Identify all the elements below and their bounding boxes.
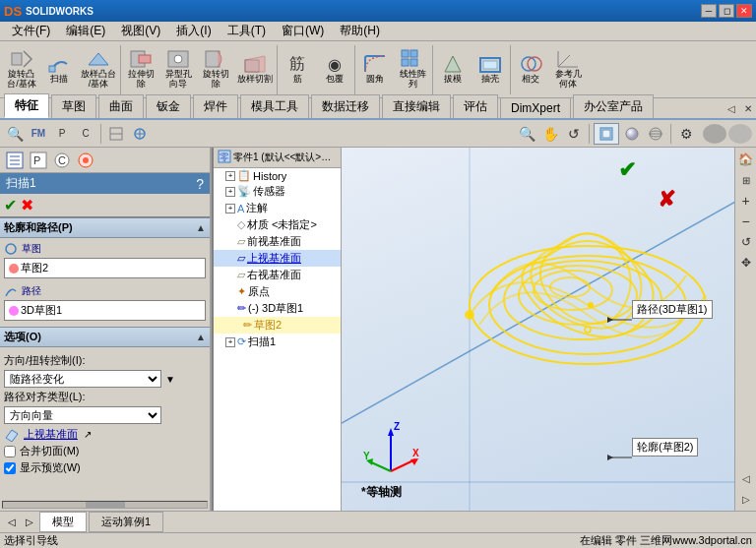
profile-field[interactable]: 草图2: [4, 258, 206, 278]
tree-item-annotation[interactable]: + A 注解: [214, 200, 341, 216]
tree-item-material[interactable]: ◇ 材质 <未指定>: [214, 216, 341, 233]
rt-zoom-in[interactable]: +: [736, 191, 756, 211]
tab-data-migration[interactable]: 数据迁移: [311, 94, 380, 118]
window-controls[interactable]: ─ ◻ ✕: [701, 4, 752, 18]
scroll-thumb[interactable]: [86, 502, 125, 508]
menu-file[interactable]: 文件(F): [4, 22, 58, 40]
panel-close-btn[interactable]: ✕: [740, 100, 756, 116]
rt-zoom-out[interactable]: −: [736, 212, 756, 231]
tb2-rotate[interactable]: ↺: [563, 123, 585, 145]
rt-zoom-fit[interactable]: ⊞: [736, 170, 756, 190]
rt-rotate[interactable]: ↺: [736, 232, 756, 252]
toolbar-筋[interactable]: 筋 筋: [280, 53, 315, 86]
minimize-btn[interactable]: ─: [701, 4, 717, 18]
toolbar-参考几何体[interactable]: 参考几何体: [550, 48, 586, 91]
tb2-feature-mgr[interactable]: FM: [28, 123, 49, 145]
sweep-help-icon[interactable]: ?: [196, 176, 204, 192]
tab-sheetmetal[interactable]: 钣金: [146, 94, 191, 118]
sweep1-expand[interactable]: +: [225, 337, 235, 347]
fm-icon-config[interactable]: C: [51, 150, 73, 171]
direction-dropdown[interactable]: ▼: [165, 374, 175, 385]
tree-item-3dsketch1[interactable]: ✏ (-) 3D草图1: [214, 300, 341, 317]
toolbar-包覆[interactable]: ◉ 包覆: [317, 53, 352, 86]
panel-toggle-btn[interactable]: ◁: [724, 100, 739, 116]
options-collapse-btn[interactable]: ▲: [196, 332, 206, 342]
tb2-pan[interactable]: ✋: [539, 123, 561, 145]
tab-office[interactable]: 办公室产品: [573, 94, 654, 118]
tree-item-history[interactable]: + 📋 History: [214, 168, 341, 183]
toolbar-拉伸切除[interactable]: 拉伸切除: [123, 48, 158, 91]
restore-btn[interactable]: ◻: [719, 4, 734, 18]
menu-help[interactable]: 帮助(H): [332, 22, 388, 40]
tb2-btn2[interactable]: [129, 123, 151, 145]
toolbar-线性阵列[interactable]: 线性阵列: [395, 48, 430, 91]
tb2-zoom[interactable]: 🔍: [516, 123, 537, 145]
tab-dimxpert[interactable]: DimXpert: [500, 97, 571, 118]
menu-window[interactable]: 窗口(W): [274, 22, 332, 40]
show-preview-checkbox[interactable]: [4, 462, 16, 474]
options-section-header[interactable]: 选项(O) ▲: [0, 327, 210, 347]
rt-next-view[interactable]: ▷: [736, 489, 756, 509]
menu-view[interactable]: 视图(V): [113, 22, 168, 40]
tab-feature[interactable]: 特征: [4, 93, 49, 118]
toolbar-异型孔[interactable]: 异型孔向导: [160, 48, 196, 91]
sensor-expand[interactable]: +: [225, 187, 235, 197]
toolbar-放样凸台[interactable]: 放样凸台/基体: [79, 48, 118, 91]
toolbar-抽壳[interactable]: 抽壳: [472, 53, 508, 86]
rt-pan[interactable]: ✥: [736, 253, 756, 273]
tb2-config[interactable]: C: [75, 123, 96, 145]
menu-edit[interactable]: 编辑(E): [58, 22, 113, 40]
close-btn[interactable]: ✕: [736, 4, 752, 18]
tb2-btn1[interactable]: [105, 123, 127, 145]
toolbar-sweep-tb[interactable]: 扫描: [41, 53, 77, 86]
tab-weldment[interactable]: 焊件: [193, 94, 238, 118]
tb2-wireframe[interactable]: [645, 123, 666, 145]
fm-icon-globe[interactable]: [75, 150, 96, 171]
tree-item-front-plane[interactable]: ▱ 前视基准面: [214, 233, 341, 250]
tree-item-sketch2[interactable]: ✏ 草图2: [214, 317, 341, 334]
plane-arrow[interactable]: ↗: [84, 429, 92, 440]
bottom-tab-motion[interactable]: 运动算例1: [89, 512, 163, 532]
rt-home[interactable]: 🏠: [736, 150, 756, 169]
toolbar-拔模[interactable]: 拔模: [435, 53, 471, 86]
bottom-nav-right[interactable]: ▷: [22, 515, 37, 529]
bottom-tab-model[interactable]: 模型: [39, 512, 87, 532]
viewport-background[interactable]: ✔ ✘ 路径(3D草图1) 轮廓(草图2): [342, 148, 734, 511]
tree-item-right-plane[interactable]: ▱ 右视基准面: [214, 267, 341, 283]
toolbar-rotate-tb[interactable]: 旋转凸台/基体: [4, 48, 39, 91]
tree-item-top-plane[interactable]: ▱ 上视基准面: [214, 250, 341, 267]
toolbar-相交[interactable]: 相交: [513, 53, 548, 86]
direction-select[interactable]: 随路径变化: [4, 370, 161, 388]
profile-section-header[interactable]: 轮廓和路径(P) ▲: [0, 217, 210, 238]
plane-value[interactable]: 上视基准面: [24, 427, 78, 442]
tb2-search[interactable]: 🔍: [4, 123, 26, 145]
annotation-expand[interactable]: +: [225, 204, 235, 213]
path-field[interactable]: 3D草图1: [4, 300, 206, 321]
tab-evaluate[interactable]: 评估: [453, 94, 498, 118]
tb2-view-orient[interactable]: [594, 123, 619, 145]
rt-prev-view[interactable]: ◁: [736, 468, 756, 488]
tree-item-origin[interactable]: ✦ 原点: [214, 283, 341, 300]
tb2-property[interactable]: P: [51, 123, 73, 145]
tree-item-sensor[interactable]: + 📡 传感器: [214, 183, 341, 200]
viewport-ok-check[interactable]: ✔: [618, 157, 636, 183]
tab-surface[interactable]: 曲面: [98, 94, 144, 118]
toolbar-放样切割[interactable]: 放样切割: [235, 53, 275, 86]
cancel-button[interactable]: ✖: [21, 196, 33, 214]
tab-sketch[interactable]: 草图: [51, 94, 96, 118]
path-align-select[interactable]: 方向向量: [4, 406, 161, 424]
tab-direct-edit[interactable]: 直接编辑: [382, 94, 451, 118]
profile-collapse-btn[interactable]: ▲: [196, 222, 206, 233]
tb2-shading[interactable]: [621, 123, 643, 145]
toolbar-圆角[interactable]: 圆角: [357, 53, 393, 86]
tree-item-sweep1[interactable]: + ⟳ 扫描1: [214, 334, 341, 350]
tb2-options[interactable]: ⚙: [675, 123, 697, 145]
fm-icon-property[interactable]: P: [28, 150, 49, 171]
merge-tangent-checkbox[interactable]: [4, 446, 16, 457]
bottom-nav-left[interactable]: ◁: [4, 515, 20, 529]
tab-mold[interactable]: 模具工具: [240, 94, 309, 118]
fm-icon-tree[interactable]: [4, 150, 26, 171]
menu-insert[interactable]: 插入(I): [168, 22, 219, 40]
history-expand[interactable]: +: [225, 171, 235, 181]
ok-button[interactable]: ✔: [4, 196, 17, 214]
